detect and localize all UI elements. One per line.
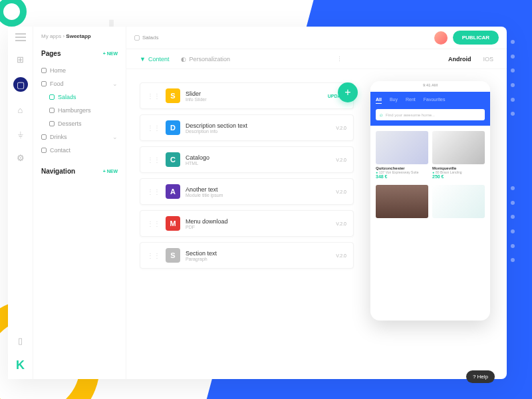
listing-card[interactable]: Quitzonchester●137 Von Expressway Suite3… xyxy=(376,131,428,181)
book-icon[interactable]: ▯ xyxy=(15,334,27,346)
publish-button[interactable]: PUBLICAR xyxy=(453,31,499,45)
shop-icon[interactable]: ⌂ xyxy=(15,104,27,116)
help-button[interactable]: ? Help xyxy=(466,370,495,383)
phone-tab-buy[interactable]: Buy xyxy=(390,97,398,104)
module-subtitle: Module title ipsum xyxy=(186,193,331,198)
drop-icon: ◐ xyxy=(181,56,186,63)
phone-tab-all[interactable]: All xyxy=(376,97,382,104)
sidebar-item-contact[interactable]: Contact xyxy=(41,144,118,157)
plug-icon[interactable]: ⏚ xyxy=(15,128,27,140)
sidebar-item-home[interactable]: Home xyxy=(41,64,118,77)
drag-icon[interactable]: ⋮⋮ xyxy=(147,92,160,100)
module-subtitle: PDF xyxy=(186,225,331,229)
module-badge: S xyxy=(166,248,180,263)
module-card[interactable]: ⋮⋮SSliderInfo SliderUPDATE xyxy=(140,82,354,109)
module-card[interactable]: ⋮⋮AAnother textModule title ipsumV.2.0 xyxy=(140,178,354,205)
module-subtitle: HTML xyxy=(186,161,331,166)
drag-icon[interactable]: ⋮⋮ xyxy=(147,188,160,196)
listing-card[interactable] xyxy=(376,185,428,218)
device-preview: All Buy Rent Favourites ⌕Find your aweso… xyxy=(367,69,507,379)
filter-icon: ▼ xyxy=(140,56,146,63)
drag-icon[interactable]: ⋮⋮ xyxy=(147,156,160,164)
module-badge: M xyxy=(166,216,180,231)
more-icon[interactable]: ⋮ xyxy=(336,56,342,63)
module-version: V.2.0 xyxy=(336,221,346,226)
tab-personalization[interactable]: ◐Personalization xyxy=(181,56,230,63)
module-card[interactable]: ⋮⋮DDescription section textDescription i… xyxy=(140,114,354,141)
module-subtitle: Paragraph xyxy=(186,257,331,261)
phone-search-input[interactable]: ⌕Find your awesome home... xyxy=(376,109,485,120)
phone-tab-fav[interactable]: Favourites xyxy=(424,97,446,104)
search-icon: ⌕ xyxy=(380,112,383,118)
new-page-button[interactable]: + NEW xyxy=(103,51,118,56)
module-card[interactable]: ⋮⋮CCatalogoHTMLV.2.0 xyxy=(140,146,354,173)
sidebar-item-desserts[interactable]: Desserts xyxy=(49,117,118,130)
module-badge: C xyxy=(166,152,180,167)
module-badge: D xyxy=(166,120,180,135)
module-badge: S xyxy=(166,88,180,103)
icon-rail: ⊞ ▢ ⌂ ⏚ ⚙ ▯ K xyxy=(8,27,33,379)
module-title: Description section text xyxy=(186,122,331,129)
sidebar-item-drinks[interactable]: Drinks⌄ xyxy=(41,130,118,144)
drag-icon[interactable]: ⋮⋮ xyxy=(147,124,160,132)
listing-card[interactable] xyxy=(432,185,485,218)
module-title: Menu download xyxy=(186,218,331,225)
chevron-down-icon: ⌄ xyxy=(112,80,118,87)
drag-icon[interactable]: ⋮⋮ xyxy=(147,220,160,227)
breadcrumb[interactable]: My apps › Sweetapp xyxy=(41,33,118,39)
brand-logo: K xyxy=(16,358,25,372)
avatar[interactable] xyxy=(434,31,448,45)
module-title: Catalogo xyxy=(186,154,331,161)
new-nav-button[interactable]: + NEW xyxy=(103,169,118,174)
module-card[interactable]: ⋮⋮MMenu downloadPDFV.2.0 xyxy=(140,210,354,237)
add-module-button[interactable]: + xyxy=(338,82,358,102)
app-icon[interactable]: ▢ xyxy=(13,77,28,92)
page-title: Salads xyxy=(134,35,158,41)
sidebar-item-hamburgers[interactable]: Hamburgers xyxy=(49,104,118,117)
module-list: + ⋮⋮SSliderInfo SliderUPDATE⋮⋮DDescripti… xyxy=(126,69,367,379)
drag-icon[interactable]: ⋮⋮ xyxy=(147,252,160,259)
sidebar: My apps › Sweetapp Pages + NEW Home Food… xyxy=(33,27,126,379)
module-title: Slider xyxy=(186,90,323,97)
pages-heading: Pages xyxy=(41,50,61,57)
phone-tab-rent[interactable]: Rent xyxy=(406,97,416,104)
listing-card[interactable]: Moniqueville●80 Braun Landing250 € xyxy=(432,131,485,181)
module-title: Section text xyxy=(186,250,331,257)
module-card[interactable]: ⋮⋮SSection textParagraphV.2.0 xyxy=(140,242,354,269)
module-subtitle: Info Slider xyxy=(186,97,323,102)
module-version: V.2.0 xyxy=(336,190,346,194)
tab-android[interactable]: Android xyxy=(448,56,471,63)
menu-icon[interactable] xyxy=(15,33,26,41)
module-version: V.2.0 xyxy=(336,126,346,130)
dashboard-icon[interactable]: ⊞ xyxy=(15,53,27,65)
module-version: V.2.0 xyxy=(336,253,346,258)
chevron-down-icon: ⌄ xyxy=(112,134,118,140)
tab-ios[interactable]: IOS xyxy=(483,56,494,63)
module-title: Another text xyxy=(186,186,331,193)
settings-icon[interactable]: ⚙ xyxy=(15,152,27,164)
module-subtitle: Description info xyxy=(186,129,331,134)
sidebar-item-salads[interactable]: Salads xyxy=(49,90,118,104)
module-badge: A xyxy=(166,184,180,199)
tab-content[interactable]: ▼Content xyxy=(140,56,169,63)
navigation-heading: Navigation xyxy=(41,168,75,175)
module-version: V.2.0 xyxy=(336,158,346,162)
sidebar-item-food[interactable]: Food⌄ xyxy=(41,77,118,90)
